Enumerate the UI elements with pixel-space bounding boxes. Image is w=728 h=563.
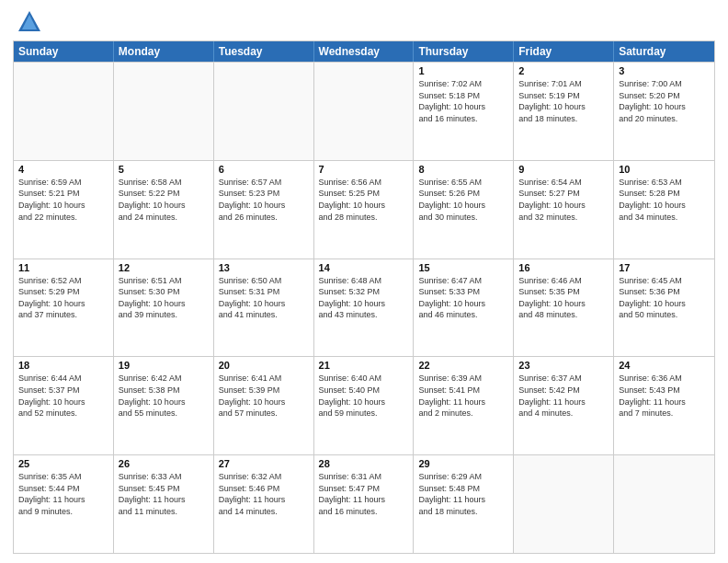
day-info: Sunrise: 6:41 AM Sunset: 5:39 PM Dayligh… <box>219 373 309 419</box>
day-info: Sunrise: 6:31 AM Sunset: 5:47 PM Dayligh… <box>319 471 409 517</box>
day-number: 12 <box>119 262 209 273</box>
calendar-cell: 27Sunrise: 6:32 AM Sunset: 5:46 PM Dayli… <box>214 455 314 553</box>
day-number: 18 <box>18 360 108 371</box>
calendar-cell: 5Sunrise: 6:58 AM Sunset: 5:22 PM Daylig… <box>114 161 214 259</box>
calendar-body: 1Sunrise: 7:02 AM Sunset: 5:18 PM Daylig… <box>14 62 714 553</box>
calendar-cell: 19Sunrise: 6:42 AM Sunset: 5:38 PM Dayli… <box>114 357 214 454</box>
calendar-cell <box>514 455 614 553</box>
day-number: 28 <box>319 458 409 469</box>
calendar-cell: 12Sunrise: 6:51 AM Sunset: 5:30 PM Dayli… <box>114 259 214 357</box>
calendar-cell: 25Sunrise: 6:35 AM Sunset: 5:44 PM Dayli… <box>14 455 114 553</box>
day-number: 20 <box>219 360 309 371</box>
day-number: 26 <box>119 458 209 469</box>
calendar-cell: 22Sunrise: 6:39 AM Sunset: 5:41 PM Dayli… <box>414 357 514 454</box>
day-number: 25 <box>18 458 108 469</box>
day-number: 19 <box>119 360 209 371</box>
calendar-cell: 20Sunrise: 6:41 AM Sunset: 5:39 PM Dayli… <box>214 357 314 454</box>
day-info: Sunrise: 6:50 AM Sunset: 5:31 PM Dayligh… <box>219 275 309 321</box>
day-info: Sunrise: 6:42 AM Sunset: 5:38 PM Dayligh… <box>119 373 209 419</box>
calendar-cell: 3Sunrise: 7:00 AM Sunset: 5:20 PM Daylig… <box>614 63 714 160</box>
calendar-cell: 23Sunrise: 6:37 AM Sunset: 5:42 PM Dayli… <box>514 357 614 454</box>
day-number: 29 <box>418 458 508 469</box>
calendar-cell: 7Sunrise: 6:56 AM Sunset: 5:25 PM Daylig… <box>314 161 415 259</box>
day-info: Sunrise: 6:39 AM Sunset: 5:41 PM Dayligh… <box>418 373 508 419</box>
day-info: Sunrise: 6:51 AM Sunset: 5:30 PM Dayligh… <box>119 275 209 321</box>
day-number: 9 <box>518 164 609 175</box>
day-number: 17 <box>619 262 710 273</box>
calendar-cell: 9Sunrise: 6:54 AM Sunset: 5:27 PM Daylig… <box>514 161 614 259</box>
calendar-cell: 11Sunrise: 6:52 AM Sunset: 5:29 PM Dayli… <box>14 259 114 357</box>
day-number: 14 <box>319 262 409 273</box>
calendar-cell: 15Sunrise: 6:47 AM Sunset: 5:33 PM Dayli… <box>414 259 514 357</box>
day-info: Sunrise: 7:00 AM Sunset: 5:20 PM Dayligh… <box>619 78 710 124</box>
header-day-friday: Friday <box>514 41 614 62</box>
day-info: Sunrise: 6:35 AM Sunset: 5:44 PM Dayligh… <box>18 471 108 517</box>
calendar-cell <box>214 63 314 160</box>
day-number: 22 <box>418 360 508 371</box>
day-info: Sunrise: 6:55 AM Sunset: 5:26 PM Dayligh… <box>418 177 508 223</box>
day-number: 16 <box>518 262 609 273</box>
day-number: 8 <box>418 164 508 175</box>
calendar-cell <box>614 455 714 553</box>
calendar-cell: 26Sunrise: 6:33 AM Sunset: 5:45 PM Dayli… <box>114 455 214 553</box>
calendar-header: SundayMondayTuesdayWednesdayThursdayFrid… <box>14 41 714 62</box>
day-info: Sunrise: 7:01 AM Sunset: 5:19 PM Dayligh… <box>518 78 609 124</box>
day-info: Sunrise: 6:48 AM Sunset: 5:32 PM Dayligh… <box>319 275 409 321</box>
calendar-row-3: 11Sunrise: 6:52 AM Sunset: 5:29 PM Dayli… <box>14 259 714 357</box>
day-number: 27 <box>219 458 309 469</box>
calendar-cell: 21Sunrise: 6:40 AM Sunset: 5:40 PM Dayli… <box>314 357 415 454</box>
calendar-cell: 16Sunrise: 6:46 AM Sunset: 5:35 PM Dayli… <box>514 259 614 357</box>
calendar-row-4: 18Sunrise: 6:44 AM Sunset: 5:37 PM Dayli… <box>14 356 714 454</box>
day-info: Sunrise: 6:37 AM Sunset: 5:42 PM Dayligh… <box>518 373 609 419</box>
calendar-cell: 1Sunrise: 7:02 AM Sunset: 5:18 PM Daylig… <box>414 63 514 160</box>
calendar-cell: 17Sunrise: 6:45 AM Sunset: 5:36 PM Dayli… <box>614 259 714 357</box>
calendar-cell: 18Sunrise: 6:44 AM Sunset: 5:37 PM Dayli… <box>14 357 114 454</box>
day-number: 7 <box>319 164 409 175</box>
calendar-cell <box>14 63 114 160</box>
day-info: Sunrise: 7:02 AM Sunset: 5:18 PM Dayligh… <box>418 78 508 124</box>
day-info: Sunrise: 6:56 AM Sunset: 5:25 PM Dayligh… <box>319 177 409 223</box>
day-info: Sunrise: 6:45 AM Sunset: 5:36 PM Dayligh… <box>619 275 710 321</box>
day-number: 5 <box>119 164 209 175</box>
calendar-row-1: 1Sunrise: 7:02 AM Sunset: 5:18 PM Daylig… <box>14 62 714 160</box>
day-info: Sunrise: 6:53 AM Sunset: 5:28 PM Dayligh… <box>619 177 710 223</box>
day-info: Sunrise: 6:29 AM Sunset: 5:48 PM Dayligh… <box>418 471 508 517</box>
day-number: 21 <box>319 360 409 371</box>
day-number: 11 <box>18 262 108 273</box>
day-info: Sunrise: 6:54 AM Sunset: 5:27 PM Dayligh… <box>518 177 609 223</box>
day-number: 1 <box>418 65 508 76</box>
day-number: 24 <box>619 360 710 371</box>
calendar-cell <box>314 63 415 160</box>
calendar-row-2: 4Sunrise: 6:59 AM Sunset: 5:21 PM Daylig… <box>14 160 714 259</box>
header-day-saturday: Saturday <box>614 41 714 62</box>
header-day-sunday: Sunday <box>14 41 114 62</box>
day-info: Sunrise: 6:52 AM Sunset: 5:29 PM Dayligh… <box>18 275 108 321</box>
day-number: 23 <box>518 360 609 371</box>
header-day-monday: Monday <box>114 41 214 62</box>
header-day-thursday: Thursday <box>414 41 514 62</box>
day-info: Sunrise: 6:58 AM Sunset: 5:22 PM Dayligh… <box>119 177 209 223</box>
day-number: 4 <box>18 164 108 175</box>
day-number: 3 <box>619 65 710 76</box>
calendar-cell: 28Sunrise: 6:31 AM Sunset: 5:47 PM Dayli… <box>314 455 415 553</box>
calendar-cell: 13Sunrise: 6:50 AM Sunset: 5:31 PM Dayli… <box>214 259 314 357</box>
day-info: Sunrise: 6:47 AM Sunset: 5:33 PM Dayligh… <box>418 275 508 321</box>
calendar-cell: 14Sunrise: 6:48 AM Sunset: 5:32 PM Dayli… <box>314 259 415 357</box>
day-info: Sunrise: 6:32 AM Sunset: 5:46 PM Dayligh… <box>219 471 309 517</box>
calendar-cell: 29Sunrise: 6:29 AM Sunset: 5:48 PM Dayli… <box>414 455 514 553</box>
calendar-cell: 8Sunrise: 6:55 AM Sunset: 5:26 PM Daylig… <box>414 161 514 259</box>
calendar: SundayMondayTuesdayWednesdayThursdayFrid… <box>13 40 715 554</box>
header-day-tuesday: Tuesday <box>214 41 314 62</box>
day-info: Sunrise: 6:36 AM Sunset: 5:43 PM Dayligh… <box>619 373 710 419</box>
header <box>13 9 715 35</box>
logo <box>13 9 42 35</box>
calendar-cell: 4Sunrise: 6:59 AM Sunset: 5:21 PM Daylig… <box>14 161 114 259</box>
calendar-cell: 6Sunrise: 6:57 AM Sunset: 5:23 PM Daylig… <box>214 161 314 259</box>
day-info: Sunrise: 6:33 AM Sunset: 5:45 PM Dayligh… <box>119 471 209 517</box>
day-info: Sunrise: 6:44 AM Sunset: 5:37 PM Dayligh… <box>18 373 108 419</box>
day-info: Sunrise: 6:59 AM Sunset: 5:21 PM Dayligh… <box>18 177 108 223</box>
logo-icon <box>17 9 42 35</box>
calendar-cell: 10Sunrise: 6:53 AM Sunset: 5:28 PM Dayli… <box>614 161 714 259</box>
page: SundayMondayTuesdayWednesdayThursdayFrid… <box>0 0 728 563</box>
calendar-cell: 24Sunrise: 6:36 AM Sunset: 5:43 PM Dayli… <box>614 357 714 454</box>
